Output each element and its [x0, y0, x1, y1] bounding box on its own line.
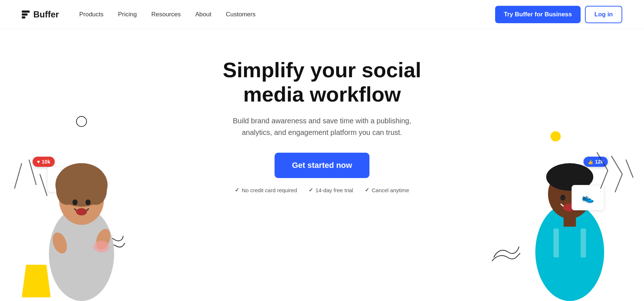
svg-point-21 — [560, 195, 565, 201]
person-left — [40, 127, 123, 301]
get-started-button[interactable]: Get started now — [275, 153, 369, 178]
nav-left: Buffer Products Pricing Resources About … — [22, 9, 262, 20]
hero-subtitle: Build brand awareness and save time with… — [231, 115, 413, 138]
svg-rect-16 — [553, 228, 559, 257]
navbar: Buffer Products Pricing Resources About … — [0, 0, 644, 29]
svg-rect-23 — [564, 216, 576, 227]
nav-item-products: Products — [74, 11, 109, 18]
check-no-credit-card: No credit card required — [235, 187, 297, 193]
nav-item-customers: Customers — [220, 11, 261, 18]
squiggle-right — [492, 239, 521, 265]
nav-item-about: About — [189, 11, 217, 18]
yellow-dot-deco — [551, 131, 561, 141]
nav-link-customers[interactable]: Customers — [220, 8, 261, 21]
hero-title: Simplify your social media workflow — [206, 58, 438, 106]
nav-link-resources[interactable]: Resources — [146, 8, 187, 21]
logo-icon — [22, 11, 30, 18]
nav-link-products[interactable]: Products — [74, 8, 109, 21]
nav-link-about[interactable]: About — [189, 8, 217, 21]
nav-link-pricing[interactable]: Pricing — [112, 8, 143, 21]
svg-point-10 — [72, 199, 78, 205]
svg-rect-17 — [581, 228, 586, 257]
svg-line-1 — [14, 163, 22, 189]
deco-lines-right — [590, 149, 637, 228]
nav-right: Try Buffer for Business Log in — [495, 6, 622, 23]
svg-point-9 — [76, 208, 87, 215]
nav-item-resources: Resources — [146, 11, 187, 18]
check-free-trial: 14-day free trial — [309, 187, 353, 193]
logo-link[interactable]: Buffer — [22, 9, 59, 20]
svg-point-11 — [85, 199, 91, 205]
svg-point-8 — [58, 163, 105, 196]
login-button[interactable]: Log in — [585, 6, 622, 23]
svg-point-14 — [93, 241, 109, 252]
try-business-button[interactable]: Try Buffer for Business — [495, 6, 581, 23]
circle-deco — [76, 116, 87, 127]
nav-item-pricing: Pricing — [112, 11, 143, 18]
hero-section: 10k 👟 — [0, 29, 644, 301]
logo-text: Buffer — [33, 9, 59, 20]
nav-links: Products Pricing Resources About Custome… — [74, 11, 262, 18]
check-cancel-anytime: Cancel anytime — [365, 187, 409, 193]
